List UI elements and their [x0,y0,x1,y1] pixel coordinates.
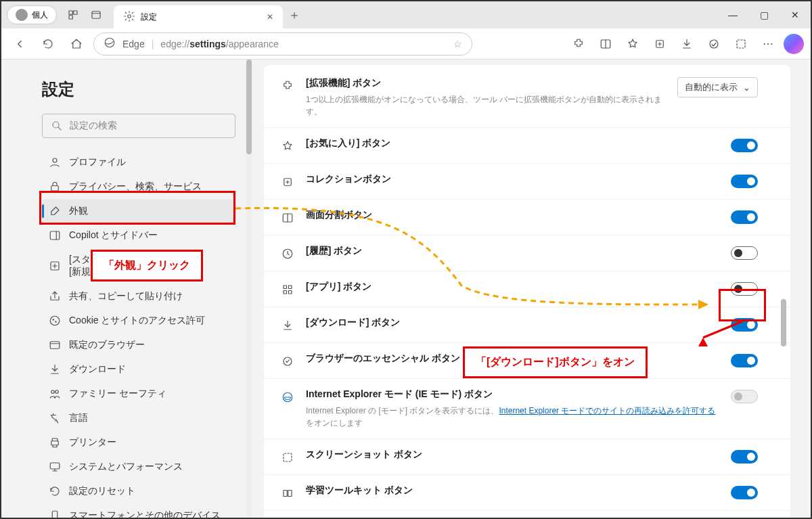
essentials-toggle[interactable] [731,354,758,367]
sidebar-item-copilot[interactable]: Copilot とサイドバー [42,223,235,248]
learning-toggle[interactable] [731,486,758,499]
tab-title: 設定 [141,12,157,23]
svg-point-14 [50,316,60,325]
sidebar-item-system[interactable]: システムとパフォーマンス [42,455,235,479]
row-title: [ダウンロード] ボタン [306,317,720,329]
collections-toolbar-icon[interactable] [648,32,671,55]
sidebar-item-family[interactable]: ファミリー セーフティ [42,382,235,406]
extensions-icon [280,78,295,93]
sidebar-item-printers[interactable]: プリンター [42,430,235,455]
svg-rect-17 [50,342,60,349]
browser-tab[interactable]: 設定 ✕ [114,5,283,28]
sidebar-scrollbar[interactable] [246,60,252,519]
svg-rect-8 [737,40,745,48]
workspaces-icon[interactable] [66,8,80,22]
svg-rect-20 [51,441,59,445]
chevron-down-icon: ⌄ [743,83,750,93]
essentials-toolbar-icon[interactable] [702,32,725,55]
settings-sidebar: 設定 設定の検索 プロファイル プライバシー、検索、サービス 外観 Copilo… [1,60,252,519]
row-title: 学習ツールキット ボタン [306,484,720,497]
apps-icon [280,282,295,297]
svg-rect-28 [284,291,287,294]
back-button[interactable] [8,32,31,55]
settings-search[interactable]: 設定の検索 [42,114,235,138]
sidebar-title: 設定 [42,78,235,100]
row-downloads: [ダウンロード] ボタン [264,307,790,343]
search-icon [51,120,63,132]
download-row-icon [280,318,295,333]
svg-point-9 [53,122,59,128]
profile-button[interactable]: 個人 [7,5,57,24]
content-scrollbar[interactable] [781,69,786,516]
split-screen-toolbar-icon[interactable] [594,32,617,55]
svg-rect-12 [50,231,60,240]
row-title: [履歴] ボタン [306,245,720,257]
settings-content: [拡張機能] ボタン 1つ以上の拡張機能がオンになっている場合、ツール バーに拡… [264,65,790,519]
system-icon [49,461,61,473]
split-icon [280,210,295,225]
favorites-toggle[interactable] [731,139,758,152]
tab-actions-icon[interactable] [89,8,103,22]
close-window-button[interactable]: ✕ [780,1,811,28]
row-favorites: [お気に入り] ボタン [264,128,790,164]
sidebar-item-profile[interactable]: プロファイル [42,150,235,175]
svg-point-18 [51,390,55,394]
row-collections: コレクションボタン [264,164,790,200]
gear-icon [123,10,135,24]
maximize-button[interactable]: ▢ [748,1,780,28]
more-menu-icon[interactable]: ⋯ [757,32,780,55]
history-toggle[interactable] [731,246,758,260]
addr-divider: | [152,39,154,49]
extensions-toolbar-icon[interactable] [567,32,590,55]
favorites-toolbar-icon[interactable] [621,32,644,55]
cookie-icon [49,315,61,327]
row-share: 共有ボタン [264,511,790,519]
svg-rect-26 [284,286,287,289]
row-title: [拡張機能] ボタン [306,77,667,89]
sidebar-item-languages[interactable]: 言語 [42,406,235,430]
new-tab-button[interactable]: ＋ [288,7,300,23]
address-bar[interactable]: Edge | edge://settings/appearance ☆ [93,32,472,55]
url-text: edge://settings/appearance [160,39,278,49]
extensions-dropdown[interactable]: 自動的に表示⌄ [677,77,758,97]
svg-rect-27 [289,286,292,289]
sidebar-item-reset[interactable]: 設定のリセット [42,479,235,503]
essentials-icon [280,354,295,369]
split-toggle[interactable] [731,210,758,224]
row-split: 画面分割ボタン [264,200,790,235]
share-nav-icon [49,290,61,302]
copilot-icon[interactable] [784,34,804,54]
sidebar-item-phone[interactable]: スマートフォンとその他のデバイス [42,503,235,519]
history-icon [280,246,295,261]
downloads-toolbar-icon[interactable] [675,32,698,55]
minimize-button[interactable]: — [717,1,748,28]
ie-mode-link[interactable]: Internet Explorer モードでのサイトの再読み込みを許可する [499,406,715,415]
language-icon [49,412,61,424]
svg-rect-29 [289,291,292,294]
screenshot-toggle[interactable] [731,450,758,464]
row-title: コレクションボタン [306,173,720,185]
screenshot-toolbar-icon[interactable] [729,32,752,55]
browser-icon [49,339,61,351]
annotation-appearance-label: 「外観」クリック [91,250,203,281]
sidebar-item-cookies[interactable]: Cookie とサイトのアクセス許可 [42,309,235,333]
row-desc: Internet Explorer の [モード] ボタンを表示するには、Int… [306,405,720,429]
refresh-button[interactable] [37,32,60,55]
sidebar-item-downloads[interactable]: ダウンロード [42,357,235,382]
reset-icon [49,485,61,497]
annotation-download-label: 「[ダウンロード]ボタン」をオン [463,346,648,378]
sidebar-item-share[interactable]: 共有、コピーして貼り付け [42,284,235,309]
toolbar: Edge | edge://settings/appearance ☆ ⋯ [1,28,811,60]
sidebar-icon [49,229,61,242]
row-history: [履歴] ボタン [264,235,790,271]
favorite-star-icon[interactable]: ☆ [453,39,462,49]
printer-icon [49,436,61,449]
home-button[interactable] [65,32,88,55]
svg-rect-0 [69,11,72,14]
edge-label: Edge [122,39,145,49]
sidebar-item-default-browser[interactable]: 既定のブラウザー [42,333,235,357]
row-apps: [アプリ] ボタン [264,271,790,307]
close-tab-icon[interactable]: ✕ [267,12,273,22]
collections-toggle[interactable] [731,175,758,188]
row-title: Internet Explorer モード (IE モード) ボタン [306,388,720,401]
